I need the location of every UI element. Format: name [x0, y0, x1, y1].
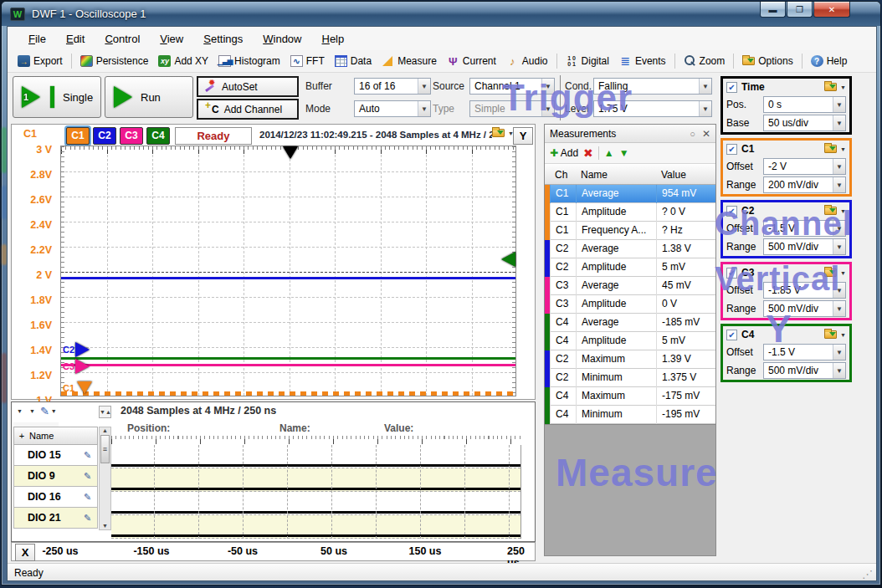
menu-view[interactable]: View	[152, 30, 191, 48]
y-axis-button[interactable]: Y	[513, 127, 533, 145]
toolbar-item-help[interactable]: Help	[806, 54, 853, 69]
measurement-row[interactable]: C4Amplitude5 mV	[545, 332, 715, 350]
scroll-up-icon[interactable]: ▲	[100, 427, 110, 433]
c2-offset-marker[interactable]: C2	[63, 342, 90, 357]
c3-range-select[interactable]: 500 mV/div▼	[763, 300, 846, 317]
add-signal-button[interactable]: ✚▼	[13, 407, 24, 415]
c1-range-select[interactable]: 200 mV/div▼	[763, 176, 846, 193]
channel-button-c3[interactable]: C3	[120, 127, 143, 145]
toolbar-item-measure[interactable]: Measure	[377, 54, 442, 69]
close-button[interactable]: ✕	[813, 2, 850, 18]
toolbar-item-fft[interactable]: FFT	[285, 54, 330, 69]
time-options-button[interactable]: ▼	[824, 83, 846, 91]
title-bar[interactable]: W DWF 1 - Oscilloscope 1 ▬ ❐ ✕	[2, 2, 880, 26]
measurement-row[interactable]: C4Minimum-195 mV	[545, 406, 715, 424]
measurement-row[interactable]: C2Maximum1.39 V	[545, 350, 715, 369]
time-base-select[interactable]: 50 us/div ▼	[763, 115, 846, 131]
trigger-source-select[interactable]: Channel 1 ▼	[469, 78, 555, 95]
c1-offset-select[interactable]: -2 V▼	[763, 158, 846, 175]
time-checkbox[interactable]: ✔	[726, 82, 737, 93]
menu-file[interactable]: File	[21, 30, 54, 48]
measurement-row[interactable]: C2Minimum1.375 V	[545, 369, 715, 387]
delete-measurement-button[interactable]: ✖	[583, 146, 593, 160]
toolbar-item-audio[interactable]: Audio	[501, 54, 553, 69]
c3-offset-marker[interactable]: C3	[63, 359, 90, 374]
trigger-position-marker[interactable]	[283, 146, 298, 159]
add-channel-button[interactable]: C Add Channel	[197, 99, 299, 120]
pencil-icon[interactable]: ✎	[84, 471, 97, 482]
c1-offset-marker[interactable]: C1	[63, 381, 92, 394]
time-position-select[interactable]: 0 s ▼	[763, 96, 846, 113]
dio-row[interactable]: DIO 21✎	[13, 508, 98, 529]
c2-offset-select[interactable]: -1.5 V▼	[763, 220, 846, 237]
move-up-button[interactable]: ▲	[604, 147, 614, 159]
buffer-select[interactable]: 16 of 16 ▼	[354, 78, 431, 95]
single-button[interactable]: 1 Single	[13, 76, 101, 118]
digital-lanes[interactable]	[111, 445, 521, 539]
collapse-button[interactable]: ▼▲	[99, 406, 111, 418]
minimize-button[interactable]: ▬	[760, 2, 786, 18]
pencil-icon[interactable]: ✎	[84, 513, 97, 524]
measurement-row[interactable]: C3Average45 mV	[545, 277, 715, 295]
scope-plot[interactable]: C2 C3 C1	[60, 146, 516, 396]
trigger-type-select[interactable]: Simple ▼	[469, 100, 555, 117]
c4-range-select[interactable]: 500 mV/div▼	[763, 362, 846, 379]
menu-window[interactable]: Window	[255, 30, 309, 48]
c4-options-button[interactable]: ▼	[824, 330, 846, 339]
dio-row[interactable]: DIO 16✎	[13, 487, 98, 508]
c3-checkbox[interactable]: ✔	[726, 268, 737, 279]
add-measurement-button[interactable]: ✚ Add	[550, 147, 578, 159]
c1-checkbox[interactable]: ✔	[726, 144, 737, 155]
trigger-level-select[interactable]: 1.75 V ▼	[593, 100, 712, 117]
pencil-icon[interactable]: ✎	[84, 492, 97, 503]
menu-edit[interactable]: Edit	[59, 30, 92, 48]
c2-checkbox[interactable]: ✔	[726, 206, 737, 217]
mode-select[interactable]: Auto ▼	[354, 100, 431, 117]
dio-table-header[interactable]: + Name	[13, 427, 98, 445]
toolbar-item-data[interactable]: Data	[330, 54, 377, 69]
toolbar-item-zoom[interactable]: Zoom	[679, 54, 731, 69]
toolbar-item-histogram[interactable]: Histogram	[213, 54, 285, 69]
c4-checkbox[interactable]: ✔	[726, 330, 737, 340]
toolbar-item-export[interactable]: Export	[13, 54, 68, 69]
c4-offset-select[interactable]: -1.5 V▼	[763, 344, 846, 360]
c3-options-button[interactable]: ▼	[824, 268, 846, 277]
remove-signal-button[interactable]: ✖▼	[26, 407, 37, 415]
trigger-condition-select[interactable]: Falling ▼	[593, 78, 712, 95]
toolbar-item-persistence[interactable]: Persistence	[75, 54, 154, 69]
toolbar-item-events[interactable]: Events	[614, 54, 671, 69]
c2-options-button[interactable]: ▼	[824, 207, 846, 215]
autoset-button[interactable]: AutoSet	[197, 76, 299, 97]
c1-options-button[interactable]: ▼	[824, 145, 846, 153]
dio-scrollbar[interactable]: ▲ ≡ ▼	[99, 427, 111, 530]
measurement-row[interactable]: C4Maximum-175 mV	[545, 387, 715, 406]
measurement-row[interactable]: C3Amplitude0 V	[545, 295, 715, 314]
channel-button-c2[interactable]: C2	[93, 127, 116, 145]
dio-row[interactable]: DIO 9✎	[13, 466, 98, 487]
measurement-row[interactable]: C2Average1.38 V	[545, 240, 715, 258]
trigger-level-marker[interactable]	[501, 252, 515, 267]
menu-help[interactable]: Help	[314, 30, 351, 48]
toolbar-item-current[interactable]: Current	[442, 54, 501, 69]
run-button[interactable]: Run	[105, 76, 193, 118]
scrollbar-thumb[interactable]: ≡	[100, 435, 110, 463]
measurement-row[interactable]: C2Amplitude5 mV	[545, 258, 715, 277]
close-panel-icon[interactable]: ✕	[702, 128, 710, 140]
menu-control[interactable]: Control	[97, 30, 147, 48]
dio-row[interactable]: DIO 15✎	[13, 445, 98, 466]
channel-button-c4[interactable]: C4	[146, 127, 170, 145]
measurement-row[interactable]: C1Average954 mV	[545, 185, 715, 203]
edit-signal-button[interactable]: ✎▼	[38, 404, 59, 418]
toolbar-item-add-xy[interactable]: Add XY	[153, 54, 213, 69]
pin-icon[interactable]: ○	[690, 129, 695, 139]
channel-button-c1[interactable]: C1	[66, 127, 90, 145]
maximize-button[interactable]: ❐	[787, 2, 813, 18]
menu-settings[interactable]: Settings	[196, 30, 250, 48]
scope-options-button[interactable]: ▼	[492, 129, 514, 137]
pencil-icon[interactable]: ✎	[84, 450, 97, 461]
resize-grip[interactable]: ⋰	[862, 568, 873, 580]
measurement-row[interactable]: C1Amplitude? 0 V	[545, 203, 715, 222]
scroll-down-icon[interactable]: ▼	[100, 523, 110, 529]
toolbar-item-options[interactable]: Options	[737, 54, 797, 69]
c3-offset-select[interactable]: -1.85 V▼	[763, 282, 846, 299]
